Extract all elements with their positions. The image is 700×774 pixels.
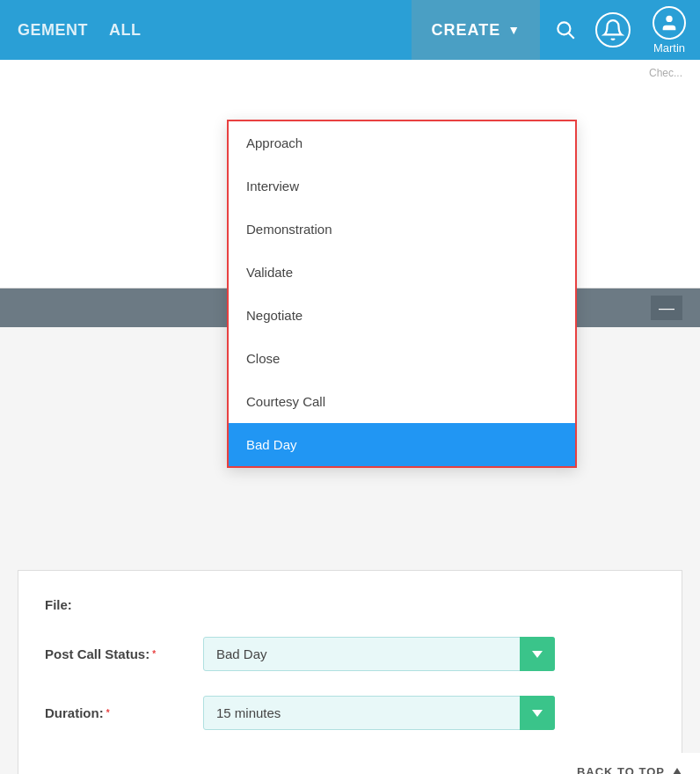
crumb-area: Chec... [0, 60, 700, 86]
nav-all: ALL [109, 21, 142, 40]
duration-display[interactable]: 15 minutes [203, 696, 555, 730]
svg-marker-4 [532, 710, 543, 717]
file-label: File: [45, 597, 203, 612]
svg-marker-3 [532, 651, 543, 658]
user-menu[interactable]: Martin [638, 0, 700, 60]
duration-value: 15 minutes [216, 705, 281, 720]
create-button[interactable]: CREATE ▼ [412, 0, 540, 60]
minus-icon: — [659, 300, 674, 316]
header-actions: CREATE ▼ Martin [412, 0, 700, 60]
dropdown-item-close[interactable]: Close [229, 337, 575, 380]
collapse-button[interactable]: — [651, 296, 682, 320]
search-icon [554, 18, 577, 41]
svg-marker-5 [673, 768, 682, 775]
dropdown-item-validate[interactable]: Validate [229, 251, 575, 294]
post-call-status-label: Post Call Status: * [45, 646, 203, 661]
user-name: Martin [653, 41, 685, 55]
form-area: File: Post Call Status: * Bad Day [18, 570, 682, 774]
nav-management: GEMENT [18, 21, 88, 40]
duration-required-indicator: * [106, 708, 110, 718]
dropdown-arrow-icon [530, 647, 544, 661]
post-call-status-row: Post Call Status: * Bad Day [45, 637, 655, 671]
duration-label-text: Duration: [45, 705, 104, 720]
create-dropdown-arrow-icon: ▼ [507, 23, 521, 37]
duration-dropdown-button[interactable] [520, 696, 555, 730]
back-to-top-label: BACK TO TOP [577, 765, 665, 774]
dropdown-item-approach[interactable]: Approach [229, 121, 575, 164]
post-call-status-label-text: Post Call Status: [45, 646, 149, 661]
duration-label: Duration: * [45, 705, 203, 720]
dropdown-item-demonstration[interactable]: Demonstration [229, 208, 575, 251]
back-to-top-button[interactable]: BACK TO TOP [559, 753, 700, 774]
search-button[interactable] [543, 0, 587, 60]
post-call-status-dropdown: Approach Interview Demonstration Validat… [227, 120, 577, 468]
dropdown-item-bad-day[interactable]: Bad Day [229, 423, 575, 466]
svg-point-0 [558, 22, 570, 34]
bell-icon [602, 18, 624, 41]
user-icon [660, 13, 679, 33]
post-call-status-display[interactable]: Bad Day [203, 637, 555, 671]
file-label-text: File: [45, 597, 72, 612]
svg-line-1 [569, 33, 574, 39]
duration-dropdown-arrow-icon [530, 706, 544, 720]
duration-row: Duration: * 15 minutes [45, 696, 655, 730]
create-label: CREATE [431, 21, 500, 40]
header: GEMENT ALL CREATE ▼ [0, 0, 700, 60]
post-call-status-dropdown-button[interactable] [520, 637, 555, 671]
svg-point-2 [666, 15, 672, 21]
bell-circle [595, 12, 631, 47]
dropdown-item-courtesy-call[interactable]: Courtesy Call [229, 380, 575, 423]
duration-select[interactable]: 15 minutes [203, 696, 555, 730]
user-avatar [653, 6, 686, 40]
crumb-text: Chec... [649, 67, 682, 79]
dropdown-item-negotiate[interactable]: Negotiate [229, 294, 575, 337]
dropdown-item-interview[interactable]: Interview [229, 164, 575, 208]
required-indicator: * [152, 649, 156, 659]
post-call-status-select[interactable]: Bad Day [203, 637, 555, 671]
back-to-top-icon [672, 767, 682, 775]
notifications-button[interactable] [591, 0, 635, 60]
post-call-status-value: Bad Day [216, 646, 267, 661]
file-row: File: [45, 597, 655, 612]
header-nav: GEMENT ALL [18, 21, 142, 40]
main-content: Chec... — File: Post Call Status: * Bad … [0, 60, 700, 774]
